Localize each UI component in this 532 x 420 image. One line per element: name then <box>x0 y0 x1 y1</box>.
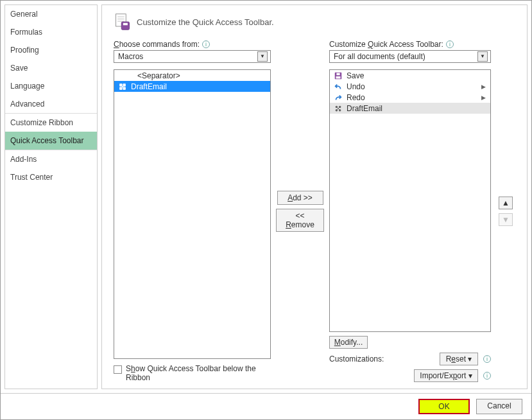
dropdown-arrow-icon: ▼ <box>477 51 488 62</box>
sidebar-item-advanced[interactable]: Advanced <box>5 95 97 113</box>
undo-icon <box>334 82 343 91</box>
dialog-footer: OK Cancel <box>1 393 531 419</box>
choose-commands-value: Macros <box>118 52 143 61</box>
info-icon[interactable]: i <box>483 355 491 363</box>
dropdown-arrow-icon: ▼ <box>257 51 268 62</box>
sidebar-item-language[interactable]: Language <box>5 77 97 95</box>
ok-button[interactable]: OK <box>418 399 470 414</box>
show-below-ribbon-row: Show Quick Access Toolbar below the Ribb… <box>114 364 271 382</box>
redo-icon <box>334 93 343 102</box>
list-item-separator[interactable]: <Separator> <box>114 70 270 81</box>
move-up-button[interactable]: ▲ <box>499 197 513 209</box>
list-item-save[interactable]: Save <box>330 70 490 81</box>
customize-qat-value: For all documents (default) <box>334 52 425 61</box>
list-item-draftemail[interactable]: DraftEmail <box>330 103 490 114</box>
up-arrow-icon: ▲ <box>502 198 510 207</box>
current-qat-column: Customize Quick Access Toolbar: i For al… <box>329 40 491 382</box>
sidebar-item-quick-access-toolbar[interactable]: Quick Access Toolbar <box>5 132 97 150</box>
category-sidebar: General Formulas Proofing Save Language … <box>4 4 98 389</box>
current-qat-list[interactable]: Save Undo ▶ <box>329 69 491 332</box>
list-item-undo[interactable]: Undo ▶ <box>330 81 490 92</box>
sidebar-item-formulas[interactable]: Formulas <box>5 23 97 41</box>
main-panel: Customize the Quick Access Toolbar. Choo… <box>101 4 528 389</box>
down-arrow-icon: ▼ <box>502 215 510 224</box>
show-below-ribbon-checkbox[interactable] <box>114 365 122 374</box>
info-icon[interactable]: i <box>483 372 491 380</box>
remove-button[interactable]: << Remove <box>276 209 324 232</box>
macro-icon <box>118 82 127 91</box>
customize-qat-label: Customize Quick Access Toolbar: i <box>329 40 491 49</box>
panel-heading-text: Customize the Quick Access Toolbar. <box>137 17 274 27</box>
sidebar-item-general[interactable]: General <box>5 5 97 23</box>
sidebar-item-save[interactable]: Save <box>5 59 97 77</box>
sidebar-item-customize-ribbon[interactable]: Customize Ribbon <box>5 114 97 132</box>
list-item-draftemail[interactable]: DraftEmail <box>114 81 270 92</box>
info-icon[interactable]: i <box>446 40 454 48</box>
sidebar-item-trust-center[interactable]: Trust Center <box>5 168 97 186</box>
customizations-label: Customizations: <box>329 354 384 363</box>
reset-button[interactable]: Reset ▾ <box>440 353 478 365</box>
customize-qat-dropdown[interactable]: For all documents (default) ▼ <box>329 50 491 63</box>
transfer-buttons: Add >> << Remove <box>276 40 324 382</box>
reorder-buttons: ▲ ▼ <box>496 40 515 382</box>
list-item-redo[interactable]: Redo ▶ <box>330 92 490 103</box>
sidebar-item-proofing[interactable]: Proofing <box>5 41 97 59</box>
expand-icon[interactable]: ▶ <box>481 83 488 90</box>
show-below-ribbon-label: Show Quick Access Toolbar below the Ribb… <box>126 364 271 382</box>
available-commands-list[interactable]: <Separator> DraftEmail <box>114 69 271 359</box>
modify-button[interactable]: Modify... <box>329 336 368 349</box>
svg-rect-9 <box>336 76 341 78</box>
add-button[interactable]: Add >> <box>277 191 323 205</box>
cancel-button[interactable]: Cancel <box>476 399 522 414</box>
panel-heading: Customize the Quick Access Toolbar. <box>114 13 515 31</box>
macro-icon <box>334 104 343 113</box>
available-commands-column: Choose commands from: i Macros ▼ <Separa… <box>114 40 271 382</box>
move-down-button[interactable]: ▼ <box>499 213 513 226</box>
info-icon[interactable]: i <box>202 40 210 48</box>
choose-commands-dropdown[interactable]: Macros ▼ <box>114 50 271 63</box>
import-export-button[interactable]: Import/Export ▾ <box>414 369 478 382</box>
choose-commands-label: Choose commands from: i <box>114 40 271 49</box>
save-icon <box>334 71 343 80</box>
options-dialog: General Formulas Proofing Save Language … <box>0 0 532 420</box>
expand-icon[interactable]: ▶ <box>481 94 488 101</box>
sidebar-item-add-ins[interactable]: Add-Ins <box>5 150 97 168</box>
columns: Choose commands from: i Macros ▼ <Separa… <box>114 40 515 382</box>
dialog-body: General Formulas Proofing Save Language … <box>1 1 531 393</box>
svg-rect-5 <box>123 23 128 26</box>
svg-rect-8 <box>336 73 339 75</box>
customize-qat-icon <box>114 13 132 31</box>
